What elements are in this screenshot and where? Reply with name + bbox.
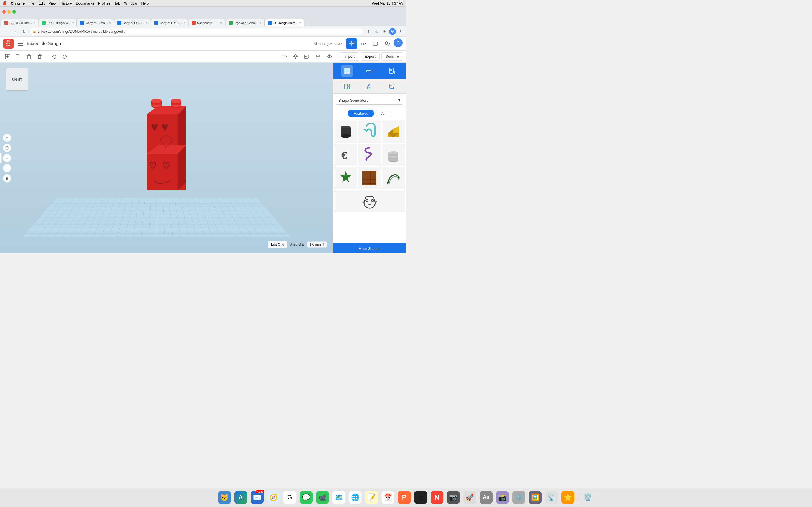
tab-close-button[interactable]: × xyxy=(71,21,73,25)
shape-cylinder[interactable] xyxy=(334,121,357,143)
shape-mask[interactable] xyxy=(334,190,405,212)
shape-star[interactable] xyxy=(334,167,357,189)
redo-button[interactable] xyxy=(60,52,70,61)
tab-featured[interactable]: Featured xyxy=(348,110,374,117)
user-avatar[interactable]: G xyxy=(394,38,403,47)
tab-cellular[interactable]: S(2.9) Cellular... × xyxy=(1,18,38,26)
maximize-window-button[interactable] xyxy=(12,10,16,13)
rulers-panel-button[interactable] xyxy=(364,65,375,76)
minimize-window-button[interactable] xyxy=(7,10,11,13)
viewport-3d[interactable]: RIGHT ⌂ ⬡ + − ⊕ › Edit Grid Snap Grid 1.… xyxy=(0,62,333,253)
paste-button[interactable] xyxy=(24,52,34,61)
apple-menu[interactable]: 🍎 xyxy=(2,1,7,5)
shape-hook[interactable] xyxy=(358,121,381,143)
new-object-button[interactable] xyxy=(3,52,12,61)
tab-eukaryotic[interactable]: The Eukaryotic... × xyxy=(39,18,77,26)
tab-close-button[interactable]: × xyxy=(183,21,185,25)
shape-pattern[interactable] xyxy=(358,167,381,189)
menu-window[interactable]: Window xyxy=(124,1,137,5)
home-view-button[interactable]: ⌂ xyxy=(3,133,11,142)
snap-grid-arrows[interactable]: ⬆ xyxy=(322,242,324,246)
simulate-button[interactable] xyxy=(370,38,380,49)
svg-rect-14 xyxy=(16,54,19,58)
close-window-button[interactable] xyxy=(2,10,6,13)
view-cube[interactable]: RIGHT xyxy=(6,68,28,91)
bookmark-icon[interactable]: ☆ xyxy=(373,28,380,35)
svg-line-4 xyxy=(363,42,364,45)
shape-box[interactable] xyxy=(382,121,405,143)
notes-panel-button[interactable] xyxy=(386,65,398,76)
tinkercad-logo[interactable]: TIN KER CAD xyxy=(3,39,13,49)
panel-view-notes-button[interactable] xyxy=(387,81,397,92)
snap-grid-value[interactable]: 1.0 mm ⬆ xyxy=(307,241,327,247)
collapse-panel-button[interactable]: › xyxy=(0,153,2,163)
zoom-out-button[interactable]: − xyxy=(3,164,11,172)
shape-coins[interactable] xyxy=(382,144,405,166)
svg-rect-3 xyxy=(352,44,354,46)
send-to-button[interactable]: Send To xyxy=(382,52,403,61)
back-button[interactable]: ← xyxy=(2,28,10,35)
zoom-in-button[interactable]: + xyxy=(3,154,11,162)
shape-snake[interactable] xyxy=(358,144,381,166)
copy-button[interactable] xyxy=(13,52,23,61)
shapes-panel-button[interactable] xyxy=(342,65,353,76)
tab-close-button[interactable]: × xyxy=(33,21,35,25)
tab-all[interactable]: All xyxy=(375,110,391,117)
perspective-button[interactable]: ⬡ xyxy=(3,144,11,152)
align-button[interactable] xyxy=(313,52,323,61)
tab-3ddesign[interactable]: 3D design Incre... × xyxy=(265,18,304,26)
menu-profiles[interactable]: Profiles xyxy=(98,1,110,5)
menu-history[interactable]: History xyxy=(60,1,71,5)
add-user-button[interactable] xyxy=(382,38,393,49)
tab-close-button[interactable]: × xyxy=(109,21,111,25)
menu-file[interactable]: File xyxy=(29,1,35,5)
light-button[interactable] xyxy=(291,52,300,61)
edit-grid-button[interactable]: Edit Grid xyxy=(268,241,287,248)
menu-tab[interactable]: Tab xyxy=(114,1,120,5)
forward-button[interactable]: → xyxy=(11,28,18,35)
panel-view-icons xyxy=(333,79,406,94)
measure-button[interactable] xyxy=(280,52,289,61)
profile-icon[interactable]: G xyxy=(389,28,396,35)
import-button[interactable]: Import xyxy=(340,52,359,61)
tab-close-button[interactable]: × xyxy=(220,21,222,25)
label-button[interactable] xyxy=(302,52,312,61)
hamburger-menu-button[interactable] xyxy=(16,40,24,48)
svg-rect-66 xyxy=(345,84,347,89)
grid-view-button[interactable] xyxy=(346,38,357,49)
menu-edit[interactable]: Edit xyxy=(38,1,45,5)
menu-bookmarks[interactable]: Bookmarks xyxy=(76,1,94,5)
export-button[interactable]: Export xyxy=(361,52,380,61)
tab-close-button[interactable]: × xyxy=(146,21,148,25)
menu-chrome[interactable]: Chrome xyxy=(11,1,24,5)
url-bar[interactable]: 🔒 tinkercad.com/things/2jUMe7MRb7J-incre… xyxy=(29,28,364,35)
tab-favicon xyxy=(42,21,46,25)
panel-view-grid-button[interactable] xyxy=(342,81,352,92)
shape-arc[interactable] xyxy=(382,167,405,189)
zoom-fit-button[interactable]: ⊕ xyxy=(3,174,11,182)
shape-generators-dropdown[interactable]: Shape Generators ⬍ xyxy=(336,96,403,105)
delete-button[interactable] xyxy=(35,52,45,61)
chrome-menu-icon[interactable]: ⋮ xyxy=(397,28,404,35)
more-shapes-button[interactable]: More Shapes xyxy=(333,243,406,253)
panel-top-icons xyxy=(333,62,406,79)
reload-button[interactable]: ↻ xyxy=(20,28,28,35)
share-icon[interactable]: ⬆ xyxy=(365,28,372,35)
tab-copy-f40b[interactable]: Copy of F (4.0... × xyxy=(151,18,188,26)
new-tab-button[interactable]: + xyxy=(305,20,311,26)
mirror-button[interactable] xyxy=(324,52,334,61)
tab-toys-games[interactable]: Toys and Game... × xyxy=(225,18,265,26)
undo-button[interactable] xyxy=(49,52,59,61)
tab-dashboard[interactable]: Dashboard × xyxy=(189,18,225,26)
cube-face-right[interactable]: RIGHT xyxy=(6,68,28,91)
tab-close-button[interactable]: × xyxy=(260,21,262,25)
tab-close-button[interactable]: × xyxy=(299,21,301,25)
tab-copy-f40a[interactable]: Copy of F(4.0... × xyxy=(114,18,151,26)
tab-copy-tumor[interactable]: Copy of Tumo... × xyxy=(77,18,114,26)
panel-view-ruler-button[interactable] xyxy=(364,81,375,92)
codeblocks-button[interactable] xyxy=(358,38,369,49)
extensions-icon[interactable]: ◉ xyxy=(381,28,388,35)
menu-help[interactable]: Help xyxy=(141,1,149,5)
shape-dollar[interactable]: € xyxy=(334,144,357,166)
menu-view[interactable]: View xyxy=(49,1,56,5)
